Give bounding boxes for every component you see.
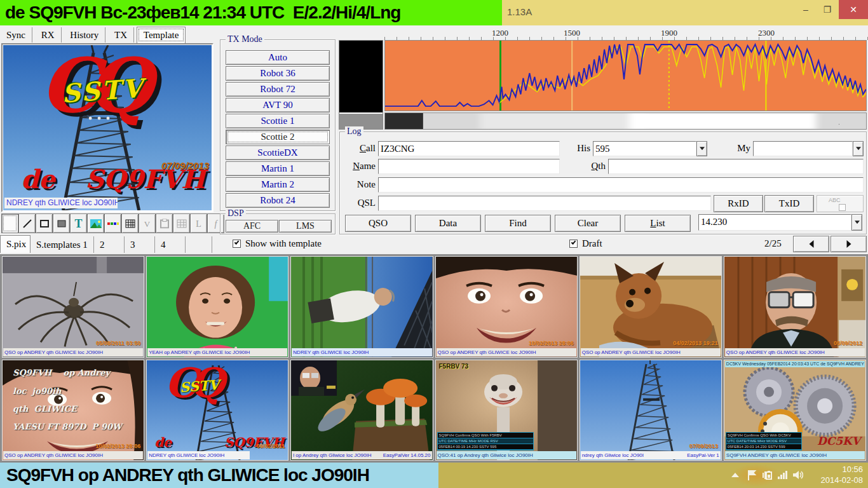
tab-s-templates-1[interactable]: S.templates 1 <box>31 236 94 253</box>
my-combobox[interactable] <box>753 141 864 156</box>
qso-button[interactable]: QSO <box>345 215 411 232</box>
frequency-combobox[interactable]: 14.230 <box>698 214 862 231</box>
thumbnail-man-tower-rotated[interactable]: NDREY qth GLIWICE loc JO90IH <box>291 257 432 357</box>
color-palette-button[interactable] <box>104 214 121 233</box>
mode-robot24-button[interactable]: Robot 24 <box>226 193 330 208</box>
thumbnail-caption: QSO op ANDREY qth GLIWICE loc JO90IH <box>581 348 721 356</box>
dsp-group: DSP AFC LMS <box>220 214 336 234</box>
clear-button[interactable]: Clear <box>555 215 621 232</box>
my-label: My <box>734 143 750 154</box>
mode-martin2-button[interactable]: Martin 2 <box>226 177 330 192</box>
tab-rx[interactable]: RX <box>35 27 62 43</box>
tab-s-templates-2[interactable]: 2 <box>94 236 125 253</box>
show-with-template-checkbox[interactable] <box>233 240 241 248</box>
action-center-flag-icon[interactable] <box>746 469 757 482</box>
spectrum-display[interactable] <box>384 40 867 111</box>
thumbnail-dog[interactable]: 04/02/2013 19:21 QSO op ANDREY qth GLIWI… <box>580 257 721 357</box>
rxid-button[interactable]: RxID <box>714 195 763 212</box>
taskbar-clock[interactable]: 10:56 2014-02-08 <box>808 464 863 487</box>
show-with-template-label: Show with template <box>245 238 322 249</box>
frequency-value: 14.230 <box>698 214 851 231</box>
mini-de-text: de <box>154 435 172 450</box>
my-dropdown-arrow[interactable] <box>853 141 864 156</box>
mode-robot36-button[interactable]: Robot 36 <box>226 66 330 81</box>
filled-rectangle-tool-button[interactable] <box>53 214 70 233</box>
thumbnail-caption: SQ9FVH ANDREY qth GLIWICE loc JO90IH <box>725 451 865 459</box>
qth-input[interactable] <box>608 159 864 174</box>
mode-scottiedx-button[interactable]: ScottieDX <box>226 146 330 160</box>
next-page-button[interactable] <box>831 236 867 252</box>
thumbnail-cq-template[interactable]: CQ SSTV de SQ9FVH 09/02/2011 NDREY qth G… <box>147 360 288 461</box>
line-tool-button[interactable] <box>18 214 36 233</box>
rotated-art <box>291 257 432 357</box>
thumbnail-ostrich[interactable]: F5RBV 73 SQ9FVH Confirms QSO With F5RBV … <box>436 360 577 461</box>
power-battery-icon[interactable] <box>761 469 773 482</box>
rectangle-tool-button[interactable] <box>36 214 53 233</box>
template-preview[interactable]: CQ SSTV de SQ9FVH 07/09/2013 NDREY qth G… <box>3 45 212 210</box>
thumbnail-girl-green[interactable]: YEAH op ANDREY qth GLIWICE loc JO90IH <box>147 257 288 357</box>
volume-icon[interactable] <box>792 469 803 482</box>
show-hidden-icons-arrow[interactable] <box>729 469 741 482</box>
his-combobox[interactable]: 595 <box>593 141 707 156</box>
draft-label: Draft <box>582 238 602 249</box>
call-input[interactable] <box>378 141 560 156</box>
station-info-overlay: SQ9FVH op Andrey loc jo90ih qth GLIWICE … <box>13 368 141 440</box>
data-button[interactable]: Data <box>415 215 481 232</box>
qsl-input[interactable] <box>378 196 711 211</box>
close-button[interactable]: ✕ <box>839 0 868 19</box>
note-input[interactable] <box>378 177 864 193</box>
network-signal-icon[interactable] <box>776 469 788 482</box>
mode-robot72-button[interactable]: Robot 72 <box>226 82 330 97</box>
txid-button[interactable]: TxID <box>764 195 814 212</box>
thumbnail-rf-connectors[interactable]: DC5KV Wednesday 05FEB2014 20:03:43 UTC d… <box>724 360 865 461</box>
tab-sync[interactable]: Sync <box>0 27 32 43</box>
prev-page-button[interactable] <box>793 236 829 252</box>
lms-button[interactable]: LMS <box>279 220 332 233</box>
tab-s-templates-4[interactable]: 4 <box>155 236 186 253</box>
list-button[interactable]: List <box>625 215 691 232</box>
spectrum-plot <box>385 41 866 111</box>
table-tool-button[interactable] <box>121 214 139 233</box>
thumbnail-bird-mushrooms[interactable]: l op Andrey qth Gliwice loc JO90IHEasyPa… <box>291 360 432 461</box>
tab-history[interactable]: History <box>64 27 105 43</box>
image-tool-button[interactable] <box>87 214 104 233</box>
thumbnail-caption: NDREY qth GLIWICE loc JO90IH <box>292 348 431 356</box>
mode-auto-button[interactable]: Auto <box>226 50 330 65</box>
name-label: Name <box>342 161 376 172</box>
afc-button[interactable]: AFC <box>226 220 278 233</box>
tab-tx[interactable]: TX <box>108 27 134 43</box>
thumbnail-caption: YEAH op ANDREY qth GLIWICE loc JO90IH <box>147 348 287 356</box>
his-label: His <box>574 143 590 154</box>
thumbnail-caption: QSO op ANDREY qth GLIWICE loc JO90IH <box>3 348 143 356</box>
thumbnail-radio-tower[interactable]: 07/09/2013 ndrey qth Gliwice loc JO90IEa… <box>580 360 721 461</box>
tx-mode-label: TX Mode <box>226 34 264 44</box>
his-dropdown-arrow[interactable] <box>696 141 707 156</box>
maximize-button[interactable]: ❐ <box>817 0 837 19</box>
freq-tick-1500: 1500 <box>564 28 580 38</box>
freq-tick-1200: 1200 <box>492 28 508 38</box>
thumbnail-child-face[interactable]: 10/02/2013 28:06 QSO op ANDREY qth GLIWI… <box>436 257 577 357</box>
find-button[interactable]: Find <box>485 215 551 232</box>
select-tool-button[interactable] <box>1 214 18 233</box>
mode-avt90-button[interactable]: AVT 90 <box>226 98 330 112</box>
thumbnail-caption: QSO op ANDREY qth GLIWICE loc JO90IH <box>3 451 143 459</box>
call-label: Call <box>346 143 376 154</box>
draft-checkbox[interactable] <box>569 240 578 248</box>
text-tool-button[interactable]: T <box>70 214 87 233</box>
thumbnail-caption: QSO:41 op Andrey qth Gliwice loc JO90IHE… <box>437 451 576 459</box>
tab-s-templates-3[interactable]: 3 <box>125 236 155 253</box>
mode-scottie2-button[interactable]: Scottie 2 <box>226 130 330 144</box>
tab-s-pix[interactable]: S.pix <box>0 235 31 253</box>
frequency-dropdown-arrow[interactable] <box>851 214 862 231</box>
thumbnail-spider-sculpture[interactable]: 05/08/2011 03:50 QSO op ANDREY qth GLIWI… <box>3 257 144 357</box>
mode-scottie1-button[interactable]: Scottie 1 <box>226 114 330 128</box>
name-input[interactable] <box>378 159 560 174</box>
tab-template[interactable]: Template <box>137 27 186 43</box>
minimize-button[interactable]: – <box>796 0 816 19</box>
girl-art <box>147 257 288 357</box>
thumbnail-girl-station-info[interactable]: SQ9FVH op Andrey loc jo90ih qth GLIWICE … <box>3 360 144 461</box>
page-indicator: 2/25 <box>764 238 782 249</box>
thumbnail-man-glasses[interactable]: 05/09/2012 QSO op ANDREY qth GLIWICE loc… <box>724 257 865 357</box>
window-title: 1.13A <box>507 0 532 25</box>
mode-martin1-button[interactable]: Martin 1 <box>226 161 330 176</box>
